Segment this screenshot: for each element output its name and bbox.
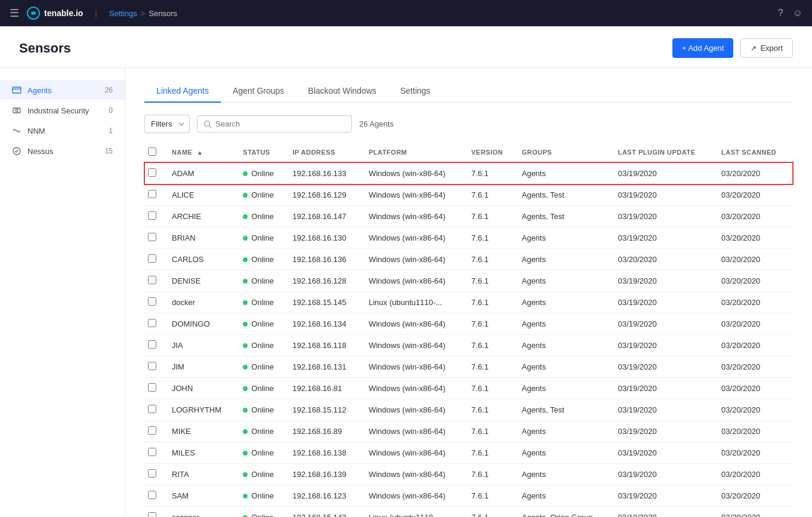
th-name[interactable]: NAME ▲ [166, 143, 237, 162]
row-version: 7.6.1 [465, 249, 516, 270]
search-input[interactable] [215, 119, 345, 128]
row-platform: Windows (win-x86-64) [363, 378, 465, 399]
status-dot [243, 515, 248, 518]
table-row[interactable]: LOGRHYTHM Online 192.168.15.112 Windows … [144, 399, 793, 421]
row-version: 7.6.1 [465, 270, 516, 292]
table-row[interactable]: ARCHIE Online 192.168.16.147 Windows (wi… [144, 206, 793, 227]
row-groups: Agents [515, 292, 612, 313]
row-name: JIM [166, 356, 237, 378]
sidebar-nnm-label: NNM [27, 127, 45, 136]
row-groups: Agents [515, 378, 612, 399]
table-row[interactable]: docker Online 192.168.15.145 Linux (ubun… [144, 292, 793, 313]
row-checkbox[interactable] [148, 340, 156, 349]
row-checkbox[interactable] [148, 168, 156, 177]
row-status: Online [237, 206, 286, 227]
sidebar-item-nessus[interactable]: Nessus 15 [0, 141, 125, 161]
sidebar-item-agents[interactable]: Agents 26 [0, 80, 125, 100]
status-text: Online [251, 448, 274, 457]
row-groups: Agents [515, 249, 612, 270]
tab-agent-groups[interactable]: Agent Groups [221, 80, 296, 103]
row-name: scanner [166, 507, 237, 518]
row-checkbox[interactable] [148, 405, 156, 413]
row-checkbox[interactable] [148, 276, 156, 284]
status-text: Online [251, 427, 274, 436]
row-checkbox[interactable] [148, 448, 156, 456]
row-version: 7.6.1 [465, 206, 516, 227]
svg-rect-1 [13, 87, 21, 93]
filters-dropdown[interactable]: Filters [144, 115, 190, 133]
row-checkbox-cell [144, 399, 166, 421]
logo[interactable]: tenable.io [26, 6, 83, 20]
row-name: CARLOS [166, 249, 237, 270]
row-status: Online [237, 421, 286, 442]
row-checkbox[interactable] [148, 233, 156, 241]
row-checkbox[interactable] [148, 211, 156, 220]
row-checkbox-cell [144, 184, 166, 206]
row-checkbox[interactable] [148, 469, 156, 478]
row-name: BRIAN [166, 227, 237, 249]
sidebar-item-nnm[interactable]: NNM 1 [0, 121, 125, 141]
row-version: 7.6.1 [465, 485, 516, 507]
row-platform: Windows (win-x86-64) [363, 270, 465, 292]
row-ip: 192.168.16.89 [286, 421, 363, 442]
tabs: Linked Agents Agent Groups Blackout Wind… [144, 80, 793, 103]
row-name: MIKE [166, 421, 237, 442]
row-last-plugin: 03/19/2020 [612, 162, 715, 184]
help-icon[interactable]: ? [778, 8, 783, 19]
table-row[interactable]: ADAM Online 192.168.16.133 Windows (win-… [144, 162, 793, 184]
menu-icon[interactable]: ☰ [10, 7, 19, 20]
row-checkbox[interactable] [148, 512, 156, 517]
sidebar-item-industrial-security[interactable]: Industrial Security 0 [0, 100, 125, 121]
row-checkbox[interactable] [148, 254, 156, 263]
row-name: MILES [166, 442, 237, 464]
add-agent-button[interactable]: + Add Agent [672, 38, 733, 58]
table-row[interactable]: JIM Online 192.168.16.131 Windows (win-x… [144, 356, 793, 378]
row-status: Online [237, 184, 286, 206]
row-groups: Agents [515, 162, 612, 184]
breadcrumb-settings[interactable]: Settings [109, 9, 137, 18]
row-version: 7.6.1 [465, 399, 516, 421]
tab-blackout-windows[interactable]: Blackout Windows [296, 80, 388, 103]
status-dot [243, 214, 248, 219]
table-row[interactable]: SAM Online 192.168.16.123 Windows (win-x… [144, 485, 793, 507]
row-ip: 192.168.16.128 [286, 270, 363, 292]
export-button[interactable]: ↗ Export [740, 38, 793, 58]
status-text: Online [251, 470, 274, 479]
status-text: Online [251, 405, 274, 414]
nnm-icon [12, 126, 21, 136]
row-last-scanned: 03/20/2020 [715, 335, 793, 356]
row-checkbox[interactable] [148, 297, 156, 306]
status-dot [243, 472, 248, 477]
row-checkbox[interactable] [148, 426, 156, 435]
table-row[interactable]: CARLOS Online 192.168.16.136 Windows (wi… [144, 249, 793, 270]
row-checkbox[interactable] [148, 362, 156, 370]
row-checkbox[interactable] [148, 383, 156, 392]
status-text: Online [251, 491, 274, 500]
table-row[interactable]: JIA Online 192.168.16.118 Windows (win-x… [144, 335, 793, 356]
row-ip: 192.168.16.81 [286, 378, 363, 399]
table-row[interactable]: DENISE Online 192.168.16.128 Windows (wi… [144, 270, 793, 292]
table-row[interactable]: RITA Online 192.168.16.139 Windows (win-… [144, 464, 793, 485]
th-last-scanned: LAST SCANNED [715, 143, 793, 162]
row-last-plugin: 03/19/2020 [612, 464, 715, 485]
table-row[interactable]: BRIAN Online 192.168.16.130 Windows (win… [144, 227, 793, 249]
user-icon[interactable]: ☺ [793, 8, 802, 19]
table-row[interactable]: MIKE Online 192.168.16.89 Windows (win-x… [144, 421, 793, 442]
tab-settings[interactable]: Settings [388, 80, 443, 103]
select-all-checkbox[interactable] [148, 147, 156, 156]
table-row[interactable]: JOHN Online 192.168.16.81 Windows (win-x… [144, 378, 793, 399]
table-row[interactable]: DOMINGO Online 192.168.16.134 Windows (w… [144, 313, 793, 335]
row-platform: Windows (win-x86-64) [363, 485, 465, 507]
row-checkbox[interactable] [148, 491, 156, 499]
table-row[interactable]: ALICE Online 192.168.16.129 Windows (win… [144, 184, 793, 206]
toolbar: Filters 26 Agents [144, 115, 793, 133]
row-last-scanned: 03/20/2020 [715, 249, 793, 270]
row-status: Online [237, 378, 286, 399]
table-row[interactable]: scanner Online 192.168.15.142 Linux (ubu… [144, 507, 793, 518]
row-name: ARCHIE [166, 206, 237, 227]
tab-linked-agents[interactable]: Linked Agents [144, 80, 221, 103]
row-checkbox[interactable] [148, 190, 156, 198]
row-last-scanned: 03/20/2020 [715, 313, 793, 335]
row-checkbox[interactable] [148, 319, 156, 327]
table-row[interactable]: MILES Online 192.168.16.138 Windows (win… [144, 442, 793, 464]
